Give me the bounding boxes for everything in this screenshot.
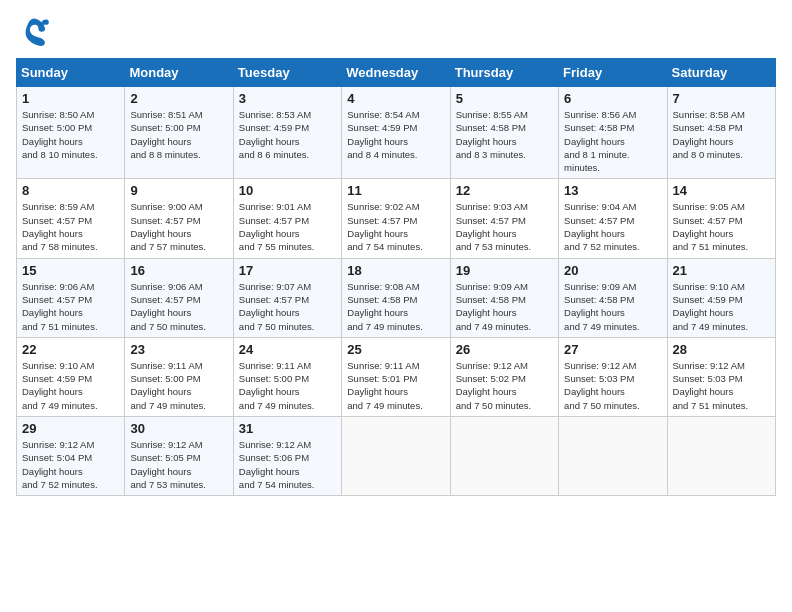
weekday-header-wednesday: Wednesday bbox=[342, 59, 450, 87]
calendar-cell: 17 Sunrise: 9:07 AM Sunset: 4:57 PM Dayl… bbox=[233, 258, 341, 337]
day-number: 1 bbox=[22, 91, 119, 106]
weekday-header-row: SundayMondayTuesdayWednesdayThursdayFrid… bbox=[17, 59, 776, 87]
calendar-cell: 6 Sunrise: 8:56 AM Sunset: 4:58 PM Dayli… bbox=[559, 87, 667, 179]
logo-icon bbox=[16, 16, 52, 48]
calendar-cell: 8 Sunrise: 8:59 AM Sunset: 4:57 PM Dayli… bbox=[17, 179, 125, 258]
day-number: 19 bbox=[456, 263, 553, 278]
calendar-cell: 3 Sunrise: 8:53 AM Sunset: 4:59 PM Dayli… bbox=[233, 87, 341, 179]
day-info: Sunrise: 9:12 AM Sunset: 5:05 PM Dayligh… bbox=[130, 438, 227, 491]
main-container: SundayMondayTuesdayWednesdayThursdayFrid… bbox=[0, 0, 792, 506]
calendar-week-4: 22 Sunrise: 9:10 AM Sunset: 4:59 PM Dayl… bbox=[17, 337, 776, 416]
logo bbox=[16, 16, 58, 48]
day-number: 5 bbox=[456, 91, 553, 106]
day-number: 10 bbox=[239, 183, 336, 198]
day-number: 23 bbox=[130, 342, 227, 357]
day-info: Sunrise: 8:59 AM Sunset: 4:57 PM Dayligh… bbox=[22, 200, 119, 253]
calendar-cell: 31 Sunrise: 9:12 AM Sunset: 5:06 PM Dayl… bbox=[233, 417, 341, 496]
calendar-cell: 24 Sunrise: 9:11 AM Sunset: 5:00 PM Dayl… bbox=[233, 337, 341, 416]
day-info: Sunrise: 8:53 AM Sunset: 4:59 PM Dayligh… bbox=[239, 108, 336, 161]
calendar-cell bbox=[667, 417, 775, 496]
header bbox=[16, 16, 776, 48]
day-info: Sunrise: 9:12 AM Sunset: 5:02 PM Dayligh… bbox=[456, 359, 553, 412]
weekday-header-monday: Monday bbox=[125, 59, 233, 87]
day-number: 25 bbox=[347, 342, 444, 357]
calendar-cell: 16 Sunrise: 9:06 AM Sunset: 4:57 PM Dayl… bbox=[125, 258, 233, 337]
calendar-cell: 20 Sunrise: 9:09 AM Sunset: 4:58 PM Dayl… bbox=[559, 258, 667, 337]
weekday-header-saturday: Saturday bbox=[667, 59, 775, 87]
calendar-cell: 26 Sunrise: 9:12 AM Sunset: 5:02 PM Dayl… bbox=[450, 337, 558, 416]
day-number: 15 bbox=[22, 263, 119, 278]
calendar-cell: 1 Sunrise: 8:50 AM Sunset: 5:00 PM Dayli… bbox=[17, 87, 125, 179]
day-info: Sunrise: 9:10 AM Sunset: 4:59 PM Dayligh… bbox=[673, 280, 770, 333]
day-number: 9 bbox=[130, 183, 227, 198]
day-info: Sunrise: 8:51 AM Sunset: 5:00 PM Dayligh… bbox=[130, 108, 227, 161]
day-number: 2 bbox=[130, 91, 227, 106]
calendar-week-5: 29 Sunrise: 9:12 AM Sunset: 5:04 PM Dayl… bbox=[17, 417, 776, 496]
day-number: 18 bbox=[347, 263, 444, 278]
weekday-header-tuesday: Tuesday bbox=[233, 59, 341, 87]
calendar-cell: 14 Sunrise: 9:05 AM Sunset: 4:57 PM Dayl… bbox=[667, 179, 775, 258]
day-info: Sunrise: 8:50 AM Sunset: 5:00 PM Dayligh… bbox=[22, 108, 119, 161]
calendar-cell: 23 Sunrise: 9:11 AM Sunset: 5:00 PM Dayl… bbox=[125, 337, 233, 416]
day-number: 11 bbox=[347, 183, 444, 198]
calendar-cell: 27 Sunrise: 9:12 AM Sunset: 5:03 PM Dayl… bbox=[559, 337, 667, 416]
calendar-week-3: 15 Sunrise: 9:06 AM Sunset: 4:57 PM Dayl… bbox=[17, 258, 776, 337]
day-info: Sunrise: 9:04 AM Sunset: 4:57 PM Dayligh… bbox=[564, 200, 661, 253]
day-number: 4 bbox=[347, 91, 444, 106]
day-info: Sunrise: 9:08 AM Sunset: 4:58 PM Dayligh… bbox=[347, 280, 444, 333]
day-info: Sunrise: 9:00 AM Sunset: 4:57 PM Dayligh… bbox=[130, 200, 227, 253]
day-info: Sunrise: 9:09 AM Sunset: 4:58 PM Dayligh… bbox=[456, 280, 553, 333]
day-info: Sunrise: 9:11 AM Sunset: 5:01 PM Dayligh… bbox=[347, 359, 444, 412]
day-info: Sunrise: 9:03 AM Sunset: 4:57 PM Dayligh… bbox=[456, 200, 553, 253]
day-info: Sunrise: 9:12 AM Sunset: 5:03 PM Dayligh… bbox=[673, 359, 770, 412]
day-number: 16 bbox=[130, 263, 227, 278]
calendar-cell: 29 Sunrise: 9:12 AM Sunset: 5:04 PM Dayl… bbox=[17, 417, 125, 496]
day-number: 30 bbox=[130, 421, 227, 436]
day-info: Sunrise: 9:02 AM Sunset: 4:57 PM Dayligh… bbox=[347, 200, 444, 253]
calendar-cell: 13 Sunrise: 9:04 AM Sunset: 4:57 PM Dayl… bbox=[559, 179, 667, 258]
calendar-cell: 25 Sunrise: 9:11 AM Sunset: 5:01 PM Dayl… bbox=[342, 337, 450, 416]
calendar-cell: 28 Sunrise: 9:12 AM Sunset: 5:03 PM Dayl… bbox=[667, 337, 775, 416]
calendar-week-1: 1 Sunrise: 8:50 AM Sunset: 5:00 PM Dayli… bbox=[17, 87, 776, 179]
day-info: Sunrise: 9:06 AM Sunset: 4:57 PM Dayligh… bbox=[22, 280, 119, 333]
day-info: Sunrise: 9:05 AM Sunset: 4:57 PM Dayligh… bbox=[673, 200, 770, 253]
calendar-cell: 19 Sunrise: 9:09 AM Sunset: 4:58 PM Dayl… bbox=[450, 258, 558, 337]
day-number: 24 bbox=[239, 342, 336, 357]
day-info: Sunrise: 8:58 AM Sunset: 4:58 PM Dayligh… bbox=[673, 108, 770, 161]
day-info: Sunrise: 9:07 AM Sunset: 4:57 PM Dayligh… bbox=[239, 280, 336, 333]
calendar-cell: 21 Sunrise: 9:10 AM Sunset: 4:59 PM Dayl… bbox=[667, 258, 775, 337]
calendar-cell: 2 Sunrise: 8:51 AM Sunset: 5:00 PM Dayli… bbox=[125, 87, 233, 179]
day-number: 29 bbox=[22, 421, 119, 436]
day-number: 20 bbox=[564, 263, 661, 278]
day-number: 28 bbox=[673, 342, 770, 357]
day-info: Sunrise: 9:01 AM Sunset: 4:57 PM Dayligh… bbox=[239, 200, 336, 253]
day-info: Sunrise: 9:11 AM Sunset: 5:00 PM Dayligh… bbox=[130, 359, 227, 412]
calendar-table: SundayMondayTuesdayWednesdayThursdayFrid… bbox=[16, 58, 776, 496]
calendar-cell: 9 Sunrise: 9:00 AM Sunset: 4:57 PM Dayli… bbox=[125, 179, 233, 258]
day-number: 22 bbox=[22, 342, 119, 357]
weekday-header-thursday: Thursday bbox=[450, 59, 558, 87]
day-info: Sunrise: 9:11 AM Sunset: 5:00 PM Dayligh… bbox=[239, 359, 336, 412]
day-number: 17 bbox=[239, 263, 336, 278]
day-number: 7 bbox=[673, 91, 770, 106]
day-info: Sunrise: 8:55 AM Sunset: 4:58 PM Dayligh… bbox=[456, 108, 553, 161]
calendar-cell: 15 Sunrise: 9:06 AM Sunset: 4:57 PM Dayl… bbox=[17, 258, 125, 337]
calendar-week-2: 8 Sunrise: 8:59 AM Sunset: 4:57 PM Dayli… bbox=[17, 179, 776, 258]
day-number: 31 bbox=[239, 421, 336, 436]
calendar-cell bbox=[450, 417, 558, 496]
day-number: 3 bbox=[239, 91, 336, 106]
calendar-cell: 11 Sunrise: 9:02 AM Sunset: 4:57 PM Dayl… bbox=[342, 179, 450, 258]
calendar-cell: 4 Sunrise: 8:54 AM Sunset: 4:59 PM Dayli… bbox=[342, 87, 450, 179]
weekday-header-sunday: Sunday bbox=[17, 59, 125, 87]
calendar-cell: 10 Sunrise: 9:01 AM Sunset: 4:57 PM Dayl… bbox=[233, 179, 341, 258]
day-number: 14 bbox=[673, 183, 770, 198]
day-info: Sunrise: 9:09 AM Sunset: 4:58 PM Dayligh… bbox=[564, 280, 661, 333]
day-number: 6 bbox=[564, 91, 661, 106]
calendar-cell: 22 Sunrise: 9:10 AM Sunset: 4:59 PM Dayl… bbox=[17, 337, 125, 416]
calendar-cell: 7 Sunrise: 8:58 AM Sunset: 4:58 PM Dayli… bbox=[667, 87, 775, 179]
day-info: Sunrise: 8:54 AM Sunset: 4:59 PM Dayligh… bbox=[347, 108, 444, 161]
day-info: Sunrise: 9:12 AM Sunset: 5:03 PM Dayligh… bbox=[564, 359, 661, 412]
day-number: 26 bbox=[456, 342, 553, 357]
day-info: Sunrise: 9:06 AM Sunset: 4:57 PM Dayligh… bbox=[130, 280, 227, 333]
calendar-cell bbox=[342, 417, 450, 496]
